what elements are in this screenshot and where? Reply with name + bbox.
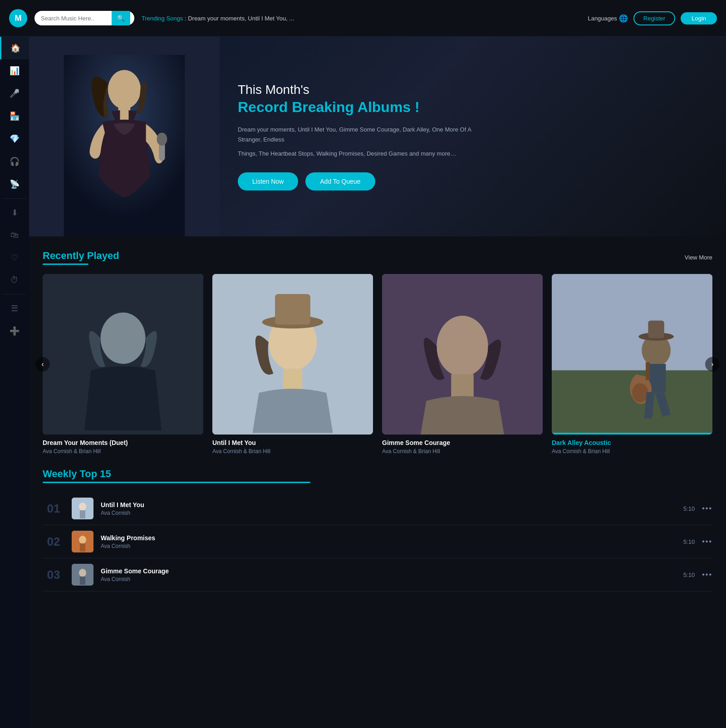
card-artist-4: Ava Cornish & Brian Hill xyxy=(552,448,712,454)
weekly-top-section: Weekly Top 15 01 Until I Met You Ava xyxy=(29,464,726,605)
home-icon: 🏠 xyxy=(10,43,20,53)
svg-rect-26 xyxy=(646,362,650,380)
svg-point-34 xyxy=(79,569,86,577)
card-image-inner-1 xyxy=(43,274,203,435)
svg-rect-35 xyxy=(80,577,85,585)
svg-rect-23 xyxy=(648,321,664,338)
track-name-1: Until I Met You xyxy=(101,501,676,508)
card-artist-3: Ava Cornish & Brian Hill xyxy=(382,448,543,454)
track-menu-3[interactable]: ••• xyxy=(702,571,712,579)
search-bar[interactable]: 🔍 xyxy=(34,11,134,25)
track-name-2: Walking Promises xyxy=(101,534,676,542)
section-header: Recently Played View More xyxy=(43,250,712,265)
track-thumb-svg-3 xyxy=(72,564,93,586)
track-info-3: Gimme Some Courage Ava Cornish xyxy=(101,567,676,582)
music-card-3[interactable]: Gimme Some Courage Ava Cornish & Brian H… xyxy=(382,274,543,454)
card-playing-bar xyxy=(552,433,712,435)
trending-bar: Trending Songs : Dream your moments, Unt… xyxy=(142,15,580,22)
language-selector[interactable]: Languages 🌐 xyxy=(588,14,628,23)
track-info-2: Walking Promises Ava Cornish xyxy=(101,534,676,549)
topnav: M 🔍 Trending Songs : Dream your moments,… xyxy=(0,0,726,37)
svg-rect-13 xyxy=(212,274,373,435)
svg-point-4 xyxy=(157,132,167,146)
card-artist-1: Ava Cornish & Brian Hill xyxy=(43,448,203,454)
card-image-inner-2 xyxy=(212,274,373,435)
sidebar-item-favorites[interactable]: ♡ xyxy=(0,246,29,269)
sidebar: 🏠 📊 🎤 🏪 💎 🎧 📡 ⬇ 🛍 ♡ ⏱ xyxy=(0,37,29,728)
card-image-inner-4 xyxy=(552,274,712,435)
recently-played-section: Recently Played View More ‹ xyxy=(29,236,726,464)
svg-point-1 xyxy=(108,70,141,109)
recently-played-title: Recently Played xyxy=(43,250,119,265)
headphone-icon: 🎧 xyxy=(10,156,20,166)
search-input[interactable] xyxy=(34,11,112,25)
chart-icon: 📊 xyxy=(10,66,20,76)
avatar: M xyxy=(9,9,27,27)
music-card-1[interactable]: Dream Your Moments (Duet) Ava Cornish & … xyxy=(43,274,203,454)
track-number-1: 01 xyxy=(43,502,64,516)
card-artist-2: Ava Cornish & Brian Hill xyxy=(212,448,373,454)
card-svg-2 xyxy=(212,274,373,435)
track-thumb-svg-1 xyxy=(72,498,93,519)
view-more-button[interactable]: View More xyxy=(685,254,712,261)
trending-label: Trending Songs xyxy=(142,15,183,22)
track-item-1[interactable]: 01 Until I Met You Ava Cornish 5:10 ••• xyxy=(43,492,712,525)
track-item-3[interactable]: 03 Gimme Some Courage Ava Cornish 5:10 •… xyxy=(43,558,712,591)
listen-now-button[interactable]: Listen Now xyxy=(238,172,298,191)
track-artist-2: Ava Cornish xyxy=(101,543,676,549)
sidebar-item-history[interactable]: ⏱ xyxy=(0,269,29,291)
sidebar-item-mic[interactable]: 🎤 xyxy=(0,82,29,105)
card-svg-3 xyxy=(382,274,543,435)
card-image-3 xyxy=(382,274,543,435)
card-title-4: Dark Alley Acoustic xyxy=(552,439,712,446)
languages-label: Languages xyxy=(588,15,617,22)
track-menu-1[interactable]: ••• xyxy=(702,504,712,513)
svg-rect-32 xyxy=(80,543,85,552)
track-menu-2[interactable]: ••• xyxy=(702,537,712,546)
mic-icon: 🎤 xyxy=(10,88,20,98)
track-duration-3: 5:10 xyxy=(683,572,695,578)
sidebar-item-headphone[interactable]: 🎧 xyxy=(0,150,29,173)
music-card-2[interactable]: Until I Met You Ava Cornish & Brian Hill xyxy=(212,274,373,454)
track-thumb-3 xyxy=(72,564,93,586)
carousel: ‹ xyxy=(43,274,712,454)
carousel-prev-button[interactable]: ‹ xyxy=(35,357,50,371)
add-to-queue-button[interactable]: Add To Queue xyxy=(305,172,375,191)
carousel-next-button[interactable]: › xyxy=(705,357,720,371)
sidebar-item-premium[interactable]: 💎 xyxy=(0,127,29,150)
track-duration-1: 5:10 xyxy=(683,505,695,512)
track-duration-2: 5:10 xyxy=(683,538,695,545)
sidebar-item-home[interactable]: 🏠 xyxy=(0,37,29,59)
search-button[interactable]: 🔍 xyxy=(112,11,130,25)
sidebar-item-playlist[interactable]: ☰ xyxy=(0,297,29,320)
track-item-2[interactable]: 02 Walking Promises Ava Cornish 5:10 ••• xyxy=(43,525,712,558)
sidebar-divider xyxy=(3,198,26,199)
sidebar-item-bag[interactable]: 🛍 xyxy=(0,224,29,246)
bag-icon: 🛍 xyxy=(10,230,19,240)
sidebar-item-addlist[interactable]: ➕ xyxy=(0,320,29,342)
download-icon: ⬇ xyxy=(11,208,18,218)
svg-point-28 xyxy=(79,503,86,511)
track-thumb-2 xyxy=(72,531,93,552)
sidebar-item-store[interactable]: 🏪 xyxy=(0,105,29,127)
sidebar-item-chart[interactable]: 📊 xyxy=(0,59,29,82)
login-button[interactable]: Login xyxy=(681,12,717,24)
hero-description-2: Things, The Heartbeat Stops, Walking Pro… xyxy=(238,149,492,159)
track-number-2: 02 xyxy=(43,535,64,549)
track-number-3: 03 xyxy=(43,568,64,582)
app-layout: 🏠 📊 🎤 🏪 💎 🎧 📡 ⬇ 🛍 ♡ ⏱ xyxy=(0,37,726,728)
svg-rect-7 xyxy=(43,274,203,435)
card-image-1 xyxy=(43,274,203,435)
sidebar-item-download[interactable]: ⬇ xyxy=(0,201,29,224)
music-card-4[interactable]: Dark Alley Acoustic Ava Cornish & Brian … xyxy=(552,274,712,454)
svg-point-31 xyxy=(79,536,86,544)
hero-section: This Month's Record Breaking Albums ! Dr… xyxy=(29,37,726,236)
store-icon: 🏪 xyxy=(10,111,20,121)
svg-rect-17 xyxy=(382,274,543,435)
register-button[interactable]: Register xyxy=(633,11,675,25)
playlist-icon: ☰ xyxy=(11,303,18,313)
topnav-right: Languages 🌐 Register Login xyxy=(588,11,717,25)
track-artist-1: Ava Cornish xyxy=(101,510,676,516)
sidebar-item-radio[interactable]: 📡 xyxy=(0,173,29,195)
weekly-top-title: Weekly Top 15 xyxy=(43,468,712,483)
